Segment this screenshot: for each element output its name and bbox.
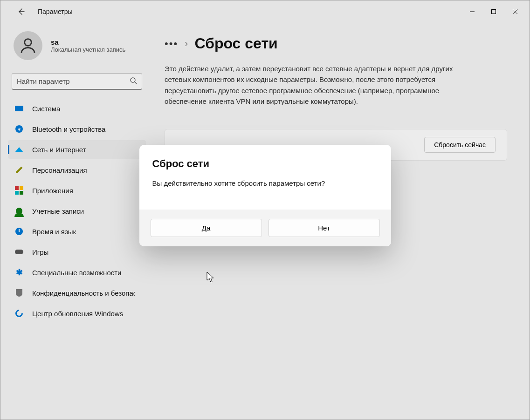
dialog-body: Сброс сети Вы действительно хотите сброс…: [139, 145, 391, 210]
dialog-title: Сброс сети: [152, 158, 378, 170]
modal-overlay: Сброс сети Вы действительно хотите сброс…: [0, 0, 530, 420]
settings-window: Параметры sa Локальная учетная зап: [0, 0, 530, 420]
dialog-yes-button[interactable]: Да: [151, 219, 262, 237]
dialog-no-button[interactable]: Нет: [268, 219, 380, 237]
dialog-message: Вы действительно хотите сбросить парамет…: [152, 179, 378, 187]
dialog-actions: Да Нет: [139, 210, 391, 246]
confirm-dialog: Сброс сети Вы действительно хотите сброс…: [139, 145, 391, 246]
